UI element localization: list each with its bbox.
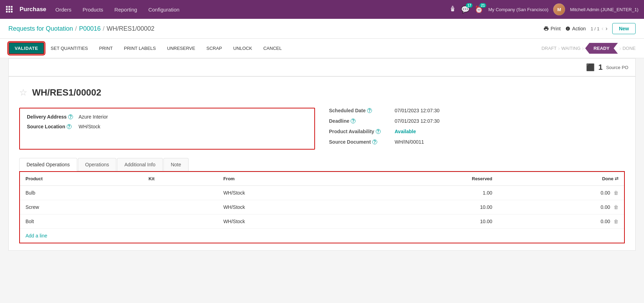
print-labels-button[interactable]: PRINT LABELS: [119, 43, 161, 54]
chat-badge: 17: [466, 3, 473, 8]
delete-bulb-icon[interactable]: 🗑: [614, 190, 619, 196]
nav-reporting[interactable]: Reporting: [112, 5, 139, 14]
table-row: Screw WH/Stock 10.00 0.00 🗑: [20, 200, 624, 214]
table-container: Product Kit From Reserved Done ⇄ Bulb: [19, 171, 625, 243]
print-button-action[interactable]: PRINT: [94, 43, 118, 54]
source-location-label: Source Location ?: [27, 124, 76, 129]
nav-configuration[interactable]: Configuration: [146, 5, 182, 14]
product-bolt[interactable]: Bolt: [20, 214, 143, 229]
add-line-button[interactable]: Add a line: [20, 229, 53, 243]
favorite-star-icon[interactable]: ☆: [19, 87, 27, 98]
breadcrumb-p00016[interactable]: P00016: [79, 25, 101, 32]
tab-operations[interactable]: Operations: [78, 158, 116, 171]
source-po-icon: ⬛: [586, 63, 595, 71]
col-reserved: Reserved: [360, 172, 498, 186]
tab-note[interactable]: Note: [163, 158, 189, 171]
delivery-address-row: Delivery Address ? Azure Interior: [27, 114, 307, 120]
action-buttons: VALIDATE SET QUANTITIES PRINT PRINT LABE…: [8, 42, 541, 54]
table-body: Bulb WH/Stock 1.00 0.00 🗑 Screw: [20, 186, 624, 229]
breadcrumb: Requests for Quotation / P00016 / WH/RES…: [8, 25, 154, 32]
kit-bulb: [143, 186, 218, 200]
user-name[interactable]: Mitchell Admin (JUNE_ENTER_1): [570, 7, 638, 12]
nav-products[interactable]: Products: [80, 5, 105, 14]
scrap-button[interactable]: SCRAP: [202, 43, 227, 54]
from-screw[interactable]: WH/Stock: [218, 200, 360, 214]
source-po-widget[interactable]: ⬛ 1 Source PO: [586, 63, 628, 72]
kit-bolt: [143, 214, 218, 229]
prev-page[interactable]: ‹: [602, 25, 603, 32]
set-quantities-button[interactable]: SET QUANTITIES: [46, 43, 93, 54]
product-availability-row: Product Availability ? Available: [329, 129, 625, 134]
main-content: ⬛ 1 Source PO ☆ WH/RES1/00002 Delivery A…: [0, 58, 644, 259]
document-title: WH/RES1/00002: [32, 87, 101, 98]
transfer-icon[interactable]: ⇄: [615, 176, 619, 181]
svg-rect-1: [8, 6, 10, 8]
product-bulb[interactable]: Bulb: [20, 186, 143, 200]
source-document-value[interactable]: WH/IN/00011: [395, 139, 424, 145]
nav-orders[interactable]: Orders: [53, 5, 74, 14]
svg-rect-7: [8, 11, 10, 13]
delivery-address-value[interactable]: Azure Interior: [79, 114, 108, 120]
tabs-bar: Detailed Operations Operations Additiona…: [19, 158, 625, 171]
left-fields: Delivery Address ? Azure Interior Source…: [19, 108, 315, 150]
scheduled-date-value[interactable]: 07/01/2023 12:07:30: [395, 108, 439, 113]
step-waiting[interactable]: WAITING: [561, 46, 580, 51]
chat-icon[interactable]: 💬 17: [461, 5, 470, 14]
scheduled-date-row: Scheduled Date ? 07/01/2023 12:07:30: [329, 108, 625, 113]
print-button[interactable]: Print: [543, 26, 561, 31]
app-grid-icon[interactable]: [6, 6, 13, 14]
source-location-help[interactable]: ?: [67, 124, 72, 129]
form-card: ☆ WH/RES1/00002 Delivery Address ? Azure…: [8, 76, 636, 251]
app-brand[interactable]: Purchase: [20, 6, 46, 13]
reserved-screw: 10.00: [360, 200, 498, 214]
validate-button[interactable]: VALIDATE: [8, 42, 44, 54]
cancel-button[interactable]: CANCEL: [258, 43, 287, 54]
source-location-value[interactable]: WH/Stock: [79, 124, 100, 129]
svg-rect-6: [6, 11, 8, 13]
step-done[interactable]: DONE: [622, 46, 636, 51]
bug-icon[interactable]: [449, 5, 456, 14]
activity-icon[interactable]: ⏰ 21: [475, 5, 483, 14]
user-avatar[interactable]: M: [553, 3, 565, 15]
breadcrumb-rfq[interactable]: Requests for Quotation: [8, 25, 73, 32]
source-location-row: Source Location ? WH/Stock: [27, 124, 307, 129]
table-row: Bolt WH/Stock 10.00 0.00 🗑: [20, 214, 624, 229]
step-draft[interactable]: DRAFT: [541, 46, 556, 51]
next-page[interactable]: ›: [606, 25, 607, 32]
product-availability-help[interactable]: ?: [376, 129, 381, 134]
delivery-address-help[interactable]: ?: [68, 114, 73, 119]
operations-table: Product Kit From Reserved Done ⇄ Bulb: [20, 172, 624, 229]
svg-rect-3: [6, 8, 8, 10]
product-screw[interactable]: Screw: [20, 200, 143, 214]
pagination: 1 / 1 ‹ ›: [591, 25, 607, 32]
unlock-button[interactable]: UNLOCK: [228, 43, 257, 54]
step-ready[interactable]: READY: [585, 43, 618, 54]
svg-rect-8: [11, 11, 13, 13]
source-po-count: 1: [598, 63, 602, 72]
source-document-help[interactable]: ?: [372, 139, 377, 144]
tab-additional-info[interactable]: Additional Info: [117, 158, 163, 171]
from-bulb[interactable]: WH/Stock: [218, 186, 360, 200]
col-kit: Kit: [143, 172, 218, 186]
deadline-label: Deadline ?: [329, 118, 392, 124]
product-availability-label: Product Availability ?: [329, 129, 392, 134]
deadline-value[interactable]: 07/01/2023 12:07:30: [395, 118, 439, 124]
col-product: Product: [20, 172, 143, 186]
product-availability-value[interactable]: Available: [395, 129, 416, 134]
company-name[interactable]: My Company (San Francisco): [488, 7, 548, 12]
done-screw: 0.00 🗑: [498, 200, 624, 214]
from-bolt[interactable]: WH/Stock: [218, 214, 360, 229]
table-header-row: Product Kit From Reserved Done ⇄: [20, 172, 624, 186]
deadline-help[interactable]: ?: [351, 119, 356, 123]
action-button[interactable]: Action: [565, 26, 586, 31]
done-bolt: 0.00 🗑: [498, 214, 624, 229]
scheduled-date-help[interactable]: ?: [367, 108, 372, 113]
delete-bolt-icon[interactable]: 🗑: [614, 219, 619, 224]
done-bulb: 0.00 🗑: [498, 186, 624, 200]
new-button[interactable]: New: [612, 23, 636, 34]
delete-screw-icon[interactable]: 🗑: [614, 204, 619, 210]
tab-detailed-operations[interactable]: Detailed Operations: [19, 158, 77, 171]
unreserve-button[interactable]: UNRESERVE: [162, 43, 200, 54]
source-document-row: Source Document ? WH/IN/00011: [329, 139, 625, 145]
breadcrumb-bar: Requests for Quotation / P00016 / WH/RES…: [0, 19, 644, 39]
